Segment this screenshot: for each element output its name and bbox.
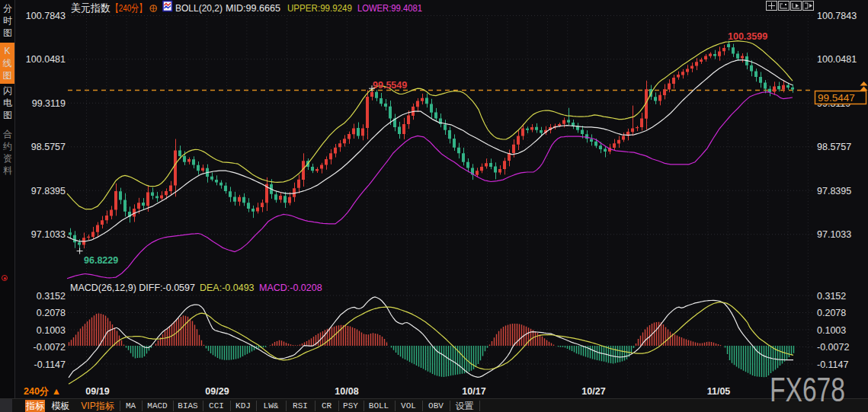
- svg-text:0.1003: 0.1003: [817, 325, 846, 336]
- svg-text:DEA:-0.0493: DEA:-0.0493: [200, 283, 255, 293]
- svg-text:10/27: 10/27: [581, 386, 605, 397]
- svg-text:100.0481: 100.0481: [817, 54, 857, 65]
- svg-text:MID:99.6665: MID:99.6665: [226, 2, 280, 14]
- svg-text:LOWER:99.4081: LOWER:99.4081: [357, 2, 422, 14]
- svg-text:98.5757: 98.5757: [31, 142, 66, 152]
- svg-text:97.8395: 97.8395: [31, 186, 66, 196]
- svg-text:98.5757: 98.5757: [817, 142, 851, 152]
- svg-text:100.0481: 100.0481: [26, 54, 66, 65]
- svg-text:09/29: 09/29: [205, 386, 229, 397]
- svg-text:UPPER:99.9249: UPPER:99.9249: [287, 2, 352, 14]
- svg-text:MACD:-0.0208: MACD:-0.0208: [259, 283, 322, 293]
- svg-text:BOLL(20,2): BOLL(20,2): [175, 2, 223, 14]
- svg-text:0.2078: 0.2078: [817, 308, 846, 318]
- svg-text:-0.1147: -0.1147: [34, 359, 66, 370]
- svg-text:FX678: FX678: [770, 372, 845, 406]
- svg-text:0.3152: 0.3152: [37, 291, 66, 302]
- svg-text:100.3599: 100.3599: [728, 31, 767, 42]
- svg-text:0.3152: 0.3152: [817, 291, 846, 302]
- svg-text:100.7843: 100.7843: [817, 11, 857, 21]
- svg-text:96.8229: 96.8229: [84, 255, 118, 266]
- svg-text:240分 ▲: 240分 ▲: [24, 386, 61, 397]
- svg-text:-0.0072: -0.0072: [817, 342, 849, 353]
- svg-text:97.1033: 97.1033: [817, 229, 851, 240]
- svg-text:97.8395: 97.8395: [817, 186, 851, 196]
- svg-text:99.3119: 99.3119: [32, 98, 66, 109]
- svg-text:100.7843: 100.7843: [26, 11, 66, 21]
- svg-text:10/17: 10/17: [462, 386, 485, 397]
- svg-text:11/05: 11/05: [707, 386, 731, 397]
- svg-text:99.5549: 99.5549: [373, 80, 407, 91]
- svg-text:MACD(26,12,9) DIFF:-0.0597: MACD(26,12,9) DIFF:-0.0597: [70, 283, 195, 293]
- svg-text:0.1003: 0.1003: [37, 325, 66, 336]
- svg-text:10/08: 10/08: [335, 386, 358, 397]
- svg-text:美元指数: 美元指数: [71, 2, 111, 14]
- svg-text:【240分】: 【240分】: [111, 2, 146, 14]
- svg-text:-0.1147: -0.1147: [817, 359, 849, 370]
- svg-text:-0.0072: -0.0072: [34, 342, 66, 353]
- svg-text:97.1033: 97.1033: [31, 229, 66, 240]
- svg-text:09/19: 09/19: [85, 386, 109, 397]
- svg-text:0.2078: 0.2078: [37, 308, 66, 318]
- svg-text:99.5447: 99.5447: [818, 92, 855, 104]
